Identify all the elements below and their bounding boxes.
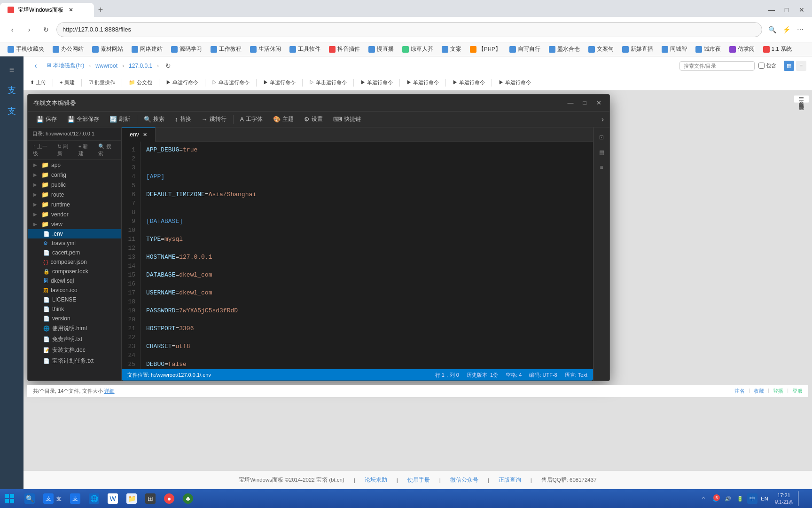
fm-back-button[interactable]: ‹ (29, 59, 42, 72)
tree-file-composer-lock[interactable]: 🔒 composer.lock (28, 267, 121, 276)
code-tab-env[interactable]: .env ✕ (122, 127, 156, 142)
tree-folder-public[interactable]: ▶ 📁 public (28, 180, 121, 190)
taskbar-item-browser[interactable]: 支 支 (39, 490, 65, 507)
tray-icon-1[interactable]: ^ (698, 493, 709, 504)
bookmark-life[interactable]: 生活休闲 (246, 45, 285, 54)
tree-folder-view[interactable]: ▶ 📁 view (28, 219, 121, 229)
tree-folder-route[interactable]: ▶ 📁 route (28, 190, 121, 199)
editor-refresh-button[interactable]: 🔄 刷新 (105, 113, 135, 125)
editor-minimize-button[interactable]: — (565, 98, 576, 108)
bookmark-ink[interactable]: 墨水合仓 (545, 45, 584, 54)
breadcrumb-wwwroot[interactable]: wwwroot (95, 63, 117, 69)
fm-link-3[interactable]: 登播 (773, 388, 783, 395)
fm-run-cmd5[interactable]: ▶ 单运行命令 (448, 78, 490, 87)
code-content[interactable]: 12345 678910 1112131415 1617181920 21222… (122, 142, 593, 369)
sidebar-item-3[interactable]: 支 (2, 102, 21, 120)
fm-search-input[interactable] (679, 61, 755, 71)
forward-button[interactable]: › (23, 23, 36, 36)
maximize-button[interactable]: □ (780, 3, 793, 16)
more-icon[interactable]: ⋯ (794, 24, 806, 36)
ft-search-button[interactable]: 🔍 搜索 (96, 142, 118, 158)
editor-search-button[interactable]: 🔍 搜索 (139, 113, 169, 125)
fm-click-run2[interactable]: ▷ 单击运行命令 (304, 78, 351, 87)
bookmark-night[interactable]: 城市夜 (692, 45, 725, 54)
address-input[interactable] (56, 22, 762, 37)
tray-icon-volume[interactable]: 🔊 (723, 493, 733, 504)
fm-new-btn[interactable]: + 新建 (55, 78, 79, 87)
footer-wechat-link[interactable]: 微信公众号 (450, 476, 478, 484)
tree-file-favicon[interactable]: 🖼 favicon.ico (28, 286, 121, 295)
minimize-button[interactable]: — (765, 3, 778, 16)
bookmark-douyin[interactable]: 抖音插件 (325, 45, 364, 54)
rs-btn-3[interactable]: ≡ (595, 161, 608, 174)
editor-settings-button[interactable]: ⚙ 设置 (299, 113, 328, 125)
right-panel-btn1[interactable]: 注名|收藏|登播|登服 (794, 95, 809, 103)
sidebar-item-1[interactable]: ≡ (2, 60, 21, 79)
taskbar-item-browser2[interactable]: 支 (66, 490, 84, 507)
ft-up-button[interactable]: ↑ 上一级 (31, 142, 54, 158)
fm-upload-btn[interactable]: ⬆ 上传 (25, 78, 51, 87)
tray-icon-network[interactable]: 🌐 5 (710, 493, 721, 504)
back-button[interactable]: ‹ (6, 23, 19, 36)
taskbar-item-app2[interactable]: W (104, 490, 122, 507)
show-desktop-button[interactable] (798, 491, 808, 506)
editor-close-button[interactable]: ✕ (593, 98, 604, 108)
fm-link-1[interactable]: 注名 (734, 388, 745, 395)
footer-verify-link[interactable]: 正版查询 (499, 476, 521, 484)
fm-include-label[interactable]: 包含 (758, 62, 776, 69)
rs-btn-1[interactable]: ⊡ (595, 131, 608, 143)
bookmark-copy2[interactable]: 文案句 (585, 45, 617, 54)
bookmark-city[interactable]: 同城智 (658, 45, 691, 54)
fm-run-cmd3[interactable]: ▶ 单运行命令 (356, 78, 398, 87)
editor-save-button[interactable]: 💾 保存 (31, 113, 62, 125)
tree-file-task[interactable]: 📄 宝塔计划任务.txt (28, 356, 121, 366)
fm-list-view[interactable]: ≡ (796, 61, 806, 71)
tree-file-install[interactable]: 📝 安装文档.doc (28, 345, 121, 356)
close-button[interactable]: ✕ (795, 3, 808, 16)
code-editor[interactable]: APP_DEBUG=true [APP] DEFAULT_TIMEZONE=As… (141, 142, 593, 369)
bookmark-green[interactable]: 绿草人芥 (398, 45, 437, 54)
fm-click-run1[interactable]: ▷ 单击运行命令 (207, 78, 254, 87)
breadcrumb-ip[interactable]: 127.0.0.1 (129, 63, 152, 69)
taskbar-item-app4[interactable]: ⊞ (141, 490, 159, 507)
tree-file-license[interactable]: 📄 LICENSE (28, 295, 121, 304)
taskbar-item-search[interactable]: 🔍 (21, 490, 39, 507)
bookmark-system[interactable]: 1.1 系统 (759, 45, 796, 54)
new-tab-button[interactable]: + (94, 3, 107, 16)
editor-more-button[interactable]: › (600, 115, 606, 124)
tray-icon-eng[interactable]: EN (759, 493, 770, 504)
tray-icon-cn[interactable]: 中 (747, 493, 757, 504)
active-tab[interactable]: 宝塔Windows面板 ✕ (0, 3, 94, 17)
taskbar-item-app3[interactable]: 📁 (123, 490, 141, 507)
bookmark-web[interactable]: 网络建站 (128, 45, 166, 54)
bookmark-copywriting[interactable]: 文案 (438, 45, 465, 54)
bookmark-mobile[interactable]: 手机收藏夹 (4, 45, 48, 54)
ft-refresh-button[interactable]: ↻ 刷新 (55, 142, 75, 158)
editor-save-all-button[interactable]: 💾 全部保存 (62, 113, 104, 125)
bookmark-code[interactable]: 源码学习 (167, 45, 206, 54)
bookmark-selfwrite[interactable]: 自写自行 (506, 45, 544, 54)
editor-theme-button[interactable]: 🎨 主题 (268, 113, 298, 125)
tree-file-version[interactable]: 📄 version (28, 314, 121, 323)
taskbar-item-app6[interactable]: ♣ (179, 490, 197, 507)
rs-btn-2[interactable]: ▦ (595, 146, 608, 159)
fm-run-cmd6[interactable]: ▶ 单运行命令 (494, 78, 536, 87)
taskbar-item-app5[interactable]: ● (160, 490, 178, 507)
editor-font-button[interactable]: A 工字体 (235, 113, 268, 125)
fm-link-2[interactable]: 收藏 (754, 388, 764, 395)
bookmark-tools[interactable]: 工具软件 (286, 45, 324, 54)
tree-file-travis[interactable]: ⚙ .travis.yml (28, 238, 121, 248)
bookmark-work[interactable]: 工作教程 (207, 45, 245, 54)
editor-maximize-button[interactable]: □ (579, 98, 590, 108)
fm-run-cmd2[interactable]: ▶ 单运行命令 (258, 78, 300, 87)
editor-goto-button[interactable]: → 跳转行 (197, 113, 231, 125)
tree-folder-runtime[interactable]: ▶ 📁 runtime (28, 199, 121, 209)
fm-portfolio-btn[interactable]: 📁 公文包 (124, 78, 157, 87)
tree-file-disclaimer[interactable]: 📄 免责声明.txt (28, 334, 121, 345)
fm-grid-view[interactable]: ▦ (784, 61, 794, 71)
footer-forum-link[interactable]: 论坛求助 (365, 476, 387, 484)
footer-manual-link[interactable]: 使用手册 (407, 476, 430, 484)
fm-batch-btn[interactable]: ☑ 批量操作 (84, 78, 120, 87)
system-clock[interactable]: 17:21 从1-21条 (772, 492, 796, 505)
editor-shortcuts-button[interactable]: ⌨ 快捷键 (328, 113, 366, 125)
